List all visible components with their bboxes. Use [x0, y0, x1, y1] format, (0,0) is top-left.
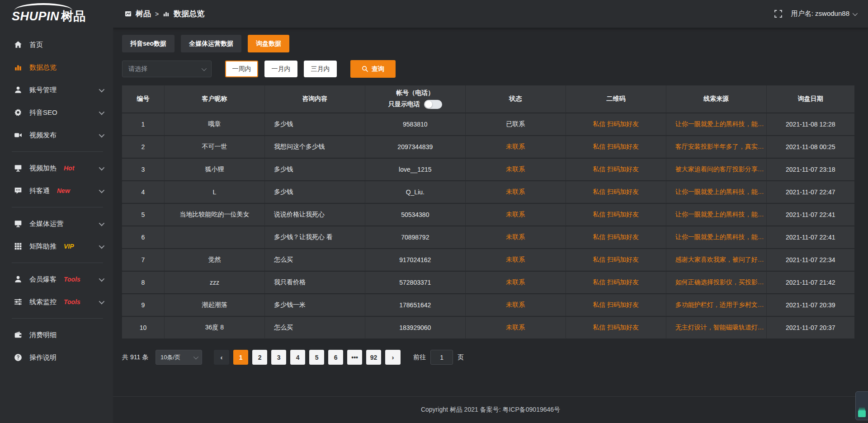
sidebar-item-account[interactable]: 账号管理	[0, 79, 113, 101]
range-button-1[interactable]: 一月内	[264, 61, 297, 77]
cell-account: 183929060	[365, 317, 466, 339]
cell-nickname: 不可一世	[165, 136, 265, 159]
sidebar-item-badge: Tools	[64, 276, 80, 283]
range-button-0[interactable]: 一周内	[225, 61, 258, 77]
breadcrumb-root[interactable]: 树品	[136, 9, 151, 19]
floating-widget[interactable]	[855, 391, 868, 420]
pager-ellipsis[interactable]: •••	[347, 350, 362, 365]
cell-qrcode-link[interactable]: 私信 扫码加好友	[566, 294, 666, 317]
cell-id: 9	[122, 294, 165, 317]
sidebar-item-heat[interactable]: 视频加热Hot	[0, 157, 113, 179]
cell-source-link[interactable]: 被大家追着问的客厅投影分享…	[666, 159, 767, 181]
cell-nickname: 当地比较能吃的一位美女	[165, 204, 265, 226]
query-button[interactable]: 查询	[350, 60, 396, 78]
phone-only-toggle[interactable]	[424, 100, 442, 109]
cell-source-link[interactable]: 如何正确选择投影仪，买投影…	[666, 272, 767, 294]
sidebar-item-label: 矩阵助推	[29, 242, 57, 251]
cell-source-link[interactable]: 无主灯设计，智能磁吸轨道灯…	[666, 317, 767, 339]
page-button-5[interactable]: 5	[309, 350, 324, 365]
page-size-select[interactable]: 10条/页	[156, 350, 202, 365]
cell-qrcode-link[interactable]: 私信 扫码加好友	[566, 159, 666, 181]
cell-source-link[interactable]: 让你一眼就爱上的黑科技，能…	[666, 226, 767, 249]
gear-icon	[14, 108, 23, 117]
column-header-5: 二维码	[566, 85, 666, 113]
cell-status: 未联系	[466, 204, 566, 226]
inquiry-table: 编号客户昵称咨询内容帐号（电话）只显示电话状态二维码线索来源询盘日期 1哦章多少…	[122, 85, 854, 339]
table-row: 8zzz我只看价格572803371未联系私信 扫码加好友如何正确选择投影仪，买…	[122, 272, 854, 294]
cell-qrcode-link[interactable]: 私信 扫码加好友	[566, 136, 666, 159]
sidebar-item-badge: Hot	[64, 164, 74, 172]
cell-content: 多少钱	[265, 181, 365, 204]
sidebar-item-label: 线索监控	[29, 298, 57, 306]
cell-date: 2021-11-07 23:18	[767, 159, 854, 181]
page-button-4[interactable]: 4	[290, 350, 305, 365]
chat-icon	[14, 186, 23, 195]
cell-source-link[interactable]: 让你一眼就爱上的黑科技，能…	[666, 204, 767, 226]
cell-qrcode-link[interactable]: 私信 扫码加好友	[566, 226, 666, 249]
prev-page-button[interactable]: ‹	[214, 350, 229, 365]
cell-qrcode-link[interactable]: 私信 扫码加好友	[566, 181, 666, 204]
page-button-3[interactable]: 3	[271, 350, 286, 365]
sidebar-item-member[interactable]: 会员爆客Tools	[0, 268, 113, 291]
filter-select[interactable]: 请选择	[122, 61, 212, 77]
page-button-92[interactable]: 92	[366, 350, 381, 365]
sidebar-item-publish[interactable]: 视频发布	[0, 124, 113, 146]
page-button-6[interactable]: 6	[328, 350, 343, 365]
goto-page: 前往 页	[413, 350, 464, 365]
page-button-2[interactable]: 2	[252, 350, 267, 365]
chevron-down-icon	[99, 276, 105, 282]
video-icon	[14, 131, 23, 140]
sidebar-divider	[12, 207, 103, 207]
cell-date: 2021-11-07 22:41	[767, 226, 854, 249]
cell-source-link[interactable]: 多功能护栏灯，适用于乡村文…	[666, 294, 767, 317]
table-row: 7觉然怎么买917024162未联系私信 扫码加好友感谢大家喜欢我家，被问了好……	[122, 249, 854, 272]
cell-content: 多少钱？让我死心 看	[265, 226, 365, 249]
cell-qrcode-link[interactable]: 私信 扫码加好友	[566, 249, 666, 272]
table-row: 6多少钱？让我死心 看70898792未联系私信 扫码加好友让你一眼就爱上的黑科…	[122, 226, 854, 249]
monitor-icon	[14, 164, 23, 173]
cell-source-link[interactable]: 客厅安装投影半年多了，真实…	[666, 136, 767, 159]
sidebar-item-douke[interactable]: 抖客通New	[0, 179, 113, 202]
cell-content: 我只看价格	[265, 272, 365, 294]
goto-page-input[interactable]	[430, 350, 453, 365]
sidebar-item-clue[interactable]: 线索监控Tools	[0, 291, 113, 313]
sidebar-item-home[interactable]: 首页	[0, 33, 113, 56]
fullscreen-icon[interactable]	[774, 10, 782, 18]
sidebar-item-help[interactable]: 操作说明	[0, 346, 113, 369]
cell-source-link[interactable]: 感谢大家喜欢我家，被问了好…	[666, 249, 767, 272]
cell-qrcode-link[interactable]: 私信 扫码加好友	[566, 272, 666, 294]
page-button-1[interactable]: 1	[233, 350, 248, 365]
table-header-row: 编号客户昵称咨询内容帐号（电话）只显示电话状态二维码线索来源询盘日期	[122, 85, 854, 113]
column-header-6: 线索来源	[666, 85, 767, 113]
footer: Copyright 树品 2021 备案号: 粤ICP备09019646号	[113, 396, 868, 423]
cell-qrcode-link[interactable]: 私信 扫码加好友	[566, 204, 666, 226]
range-button-2[interactable]: 三月内	[304, 61, 337, 77]
cell-qrcode-link[interactable]: 私信 扫码加好友	[566, 113, 666, 136]
sidebar-item-expense[interactable]: 消费明细	[0, 324, 113, 346]
tab-0[interactable]: 抖音seo数据	[122, 35, 175, 52]
sidebar-item-badge: VIP	[64, 243, 74, 250]
cell-nickname: 狐小狸	[165, 159, 265, 181]
cell-qrcode-link[interactable]: 私信 扫码加好友	[566, 317, 666, 339]
cell-nickname: 哦章	[165, 113, 265, 136]
grid-icon	[14, 242, 23, 251]
table-row: 4L多少钱Q_Liu.未联系私信 扫码加好友让你一眼就爱上的黑科技，能…2021…	[122, 181, 854, 204]
cell-status: 未联系	[466, 317, 566, 339]
tab-2[interactable]: 询盘数据	[248, 35, 289, 52]
cell-source-link[interactable]: 让你一眼就爱上的黑科技，能…	[666, 113, 767, 136]
cell-nickname: 36度 8	[165, 317, 265, 339]
next-page-button[interactable]: ›	[385, 350, 401, 365]
goto-suffix: 页	[458, 353, 464, 362]
cell-date: 2021-11-07 20:39	[767, 294, 854, 317]
tab-1[interactable]: 全媒体运营数据	[181, 35, 241, 52]
sidebar-item-seo[interactable]: 抖音SEO	[0, 101, 113, 124]
page-list: 123456•••92	[233, 350, 381, 365]
sidebar-item-data[interactable]: 数据总览	[0, 56, 113, 79]
sidebar-item-matrix[interactable]: 矩阵助推VIP	[0, 235, 113, 258]
sidebar-item-media[interactable]: 全媒体运营	[0, 212, 113, 235]
screen-icon	[14, 219, 23, 228]
question-icon	[14, 353, 23, 362]
user-menu[interactable]: 用户名: zswodun88	[791, 9, 856, 18]
cell-source-link[interactable]: 让你一眼就爱上的黑科技，能…	[666, 181, 767, 204]
cell-id: 1	[122, 113, 165, 136]
